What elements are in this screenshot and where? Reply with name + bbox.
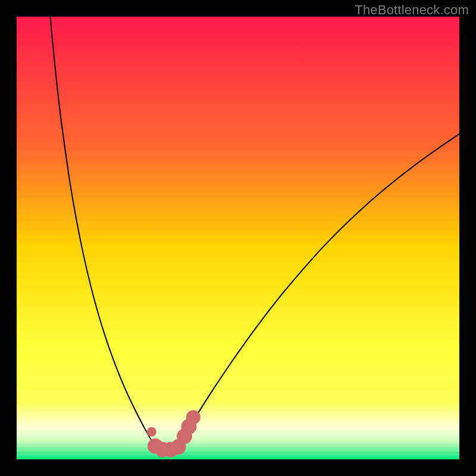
chart-svg [17, 17, 459, 459]
gradient-stripe [17, 441, 459, 443]
marker-right-blob-3 [186, 410, 201, 424]
chart-background [17, 17, 459, 459]
gradient-stripe [17, 450, 459, 451]
marker-left-dot [147, 427, 156, 437]
gradient-stripe [17, 446, 459, 447]
gradient-stripe [17, 454, 459, 455]
gradient-stripe [17, 437, 459, 439]
gradient-stripe [17, 433, 459, 434]
watermark-text: TheBottleneck.com [355, 2, 469, 18]
chart-plot-area [17, 17, 459, 459]
chart-frame: TheBottleneck.com [0, 0, 476, 476]
